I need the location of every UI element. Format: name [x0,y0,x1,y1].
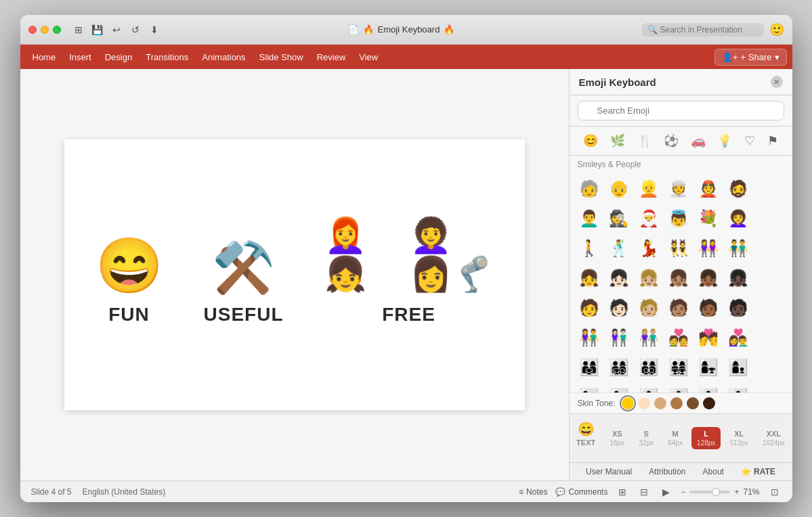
emoji-cell[interactable]: 👴 [605,175,633,203]
size-xxl[interactable]: XXL 1024px [757,427,790,449]
emoji-cell[interactable]: 👧🏼 [635,264,663,292]
emoji-cell[interactable]: 🕵️ [605,204,633,233]
emoji-cell[interactable]: 👨‍👦 [605,383,633,392]
cat-objects[interactable]: 💡 [716,132,733,150]
emoji-grid[interactable]: 🧓 👴 👱 👳 👲 🧔 👨‍🦱 🕵️ 🎅 👼 💐 👩‍🦱 � [570,172,792,392]
cat-food[interactable]: 🍴 [636,132,654,150]
size-text[interactable]: 😄 TEXT [571,418,601,458]
redo-icon[interactable]: ↺ [129,23,142,37]
size-xl[interactable]: XL 512px [725,427,754,449]
emoji-cell[interactable]: 🧑 [575,294,603,322]
menu-view[interactable]: View [352,49,385,65]
about-link[interactable]: About [703,467,724,476]
emoji-cell[interactable]: 💐 [694,204,723,233]
emoji-cell[interactable]: 👫🏼 [635,323,663,352]
emoji-cell[interactable]: 👼 [664,204,693,233]
emoji-cell[interactable]: 💏 [694,323,723,352]
emoji-cell[interactable]: 👩‍👧‍👦 [694,383,723,392]
slide[interactable]: 😄 FUN ⚒️ USEFUL 👩‍🦰👩‍🦱 👧👩‍🦿 FREE [64,139,525,410]
emoji-cell[interactable]: 👫 [575,323,603,352]
emoji-cell[interactable]: 👨‍👧‍👦 [664,383,693,392]
emoji-cell[interactable]: 👧🏽 [664,264,693,292]
menu-insert[interactable]: Insert [62,49,98,65]
emoji-cell[interactable]: 🎅 [635,204,663,233]
emoji-cell[interactable]: 🕺 [605,234,633,263]
emoji-cell[interactable]: 👬 [724,234,752,263]
emoji-cell[interactable]: 👩‍👦 [724,353,752,382]
size-l[interactable]: L 128px [691,427,721,449]
share-button[interactable]: 👤+ + Share ▾ [714,49,787,66]
emoji-cell[interactable]: 👨‍👩‍👧‍👦 [605,353,633,382]
menu-home[interactable]: Home [26,49,63,65]
sidebar-icon[interactable]: ⊞ [72,23,85,37]
size-xs[interactable]: XS 16px [604,427,630,449]
save-icon[interactable]: 💾 [91,23,104,37]
search-input[interactable] [660,25,755,35]
emoji-panel-close[interactable]: ✕ [771,76,783,88]
emoji-cell[interactable]: 👧🏻 [605,264,633,292]
emoji-cell[interactable]: 👧🏿 [724,264,752,292]
maximize-button[interactable] [53,26,61,34]
cat-nature[interactable]: 🌿 [609,132,626,150]
size-s[interactable]: S 32px [633,427,659,449]
fit-page-button[interactable]: ⊡ [768,485,782,499]
emoji-cell[interactable]: 🧔 [724,175,752,203]
cat-flags[interactable]: ⚑ [766,132,779,150]
emoji-cell[interactable]: 🧑🏼 [635,294,663,322]
emoji-cell[interactable]: 💃 [635,234,663,263]
close-button[interactable] [28,26,37,34]
menu-slideshow[interactable]: Slide Show [253,49,310,65]
emoji-cell[interactable]: 👨‍👩‍👧‍👧 [664,353,693,382]
skin-tone-light[interactable] [638,397,650,409]
emoji-cell[interactable]: 🧑🏿 [724,294,752,322]
menu-design[interactable]: Design [98,49,139,65]
notes-button[interactable]: ≡ Notes [519,487,547,497]
rate-button[interactable]: ⭐ RATE [741,467,775,476]
skin-tone-medium-light[interactable] [654,397,666,409]
emoji-cell[interactable]: 🧑🏾 [694,294,723,322]
size-m[interactable]: M 64px [662,427,688,449]
emoji-cell[interactable]: 👨‍👧 [575,383,603,392]
skin-tone-yellow[interactable] [622,397,634,409]
emoji-cell[interactable]: 👱 [635,175,663,203]
emoji-cell[interactable]: 👲 [694,175,723,203]
slide-show-button[interactable]: ▶ [659,485,672,499]
emoji-cell[interactable]: 👯 [664,234,693,263]
emoji-cell[interactable]: 🧓 [575,175,603,203]
emoji-cell[interactable]: 👩‍👦‍👦 [724,383,752,392]
skin-tone-medium-dark[interactable] [687,397,699,409]
emoji-cell[interactable]: 🧑🏽 [664,294,693,322]
more-icon[interactable]: ⬇ [148,23,161,37]
menu-transitions[interactable]: Transitions [139,49,195,65]
undo-icon[interactable]: ↩ [110,23,123,37]
emoji-cell[interactable]: 👨‍👩‍👧 [575,353,603,382]
emoji-search-input[interactable] [578,101,784,120]
emoji-cell[interactable]: 🧑🏻 [605,294,633,322]
cat-symbols[interactable]: ♡ [743,132,756,150]
cat-travel[interactable]: 🚗 [689,132,707,150]
skin-tone-medium[interactable] [670,397,683,409]
user-manual-link[interactable]: User Manual [586,467,632,476]
emoji-cell[interactable]: 👩‍❤️‍👨 [724,323,752,352]
zoom-minus[interactable]: − [681,487,685,497]
emoji-face-icon[interactable]: 🙂 [769,22,784,37]
emoji-cell[interactable]: 🚶 [575,234,603,263]
comments-button[interactable]: 💬 Comments [555,487,607,497]
normal-view-button[interactable]: ⊞ [616,485,629,499]
emoji-cell[interactable]: 👩‍👧 [694,353,723,382]
emoji-cell[interactable]: 👧🏾 [694,264,723,292]
skin-tone-dark[interactable] [703,397,715,409]
emoji-cell[interactable]: 👳 [664,175,693,203]
emoji-cell[interactable]: 👨‍🦱 [575,204,603,233]
grid-view-button[interactable]: ⊟ [637,485,651,499]
menu-animations[interactable]: Animations [195,49,252,65]
emoji-cell[interactable]: 👭 [694,234,723,263]
emoji-cell[interactable]: 💑 [664,323,693,352]
emoji-cell[interactable]: 👧 [575,264,603,292]
search-box[interactable]: 🔍 [642,23,764,37]
emoji-cell[interactable]: 👨‍👦‍👦 [635,383,663,392]
cat-smileys[interactable]: 😊 [582,132,599,150]
minimize-button[interactable] [41,26,49,34]
attribution-link[interactable]: Attribution [649,467,685,476]
cat-activity[interactable]: ⚽ [662,132,680,150]
